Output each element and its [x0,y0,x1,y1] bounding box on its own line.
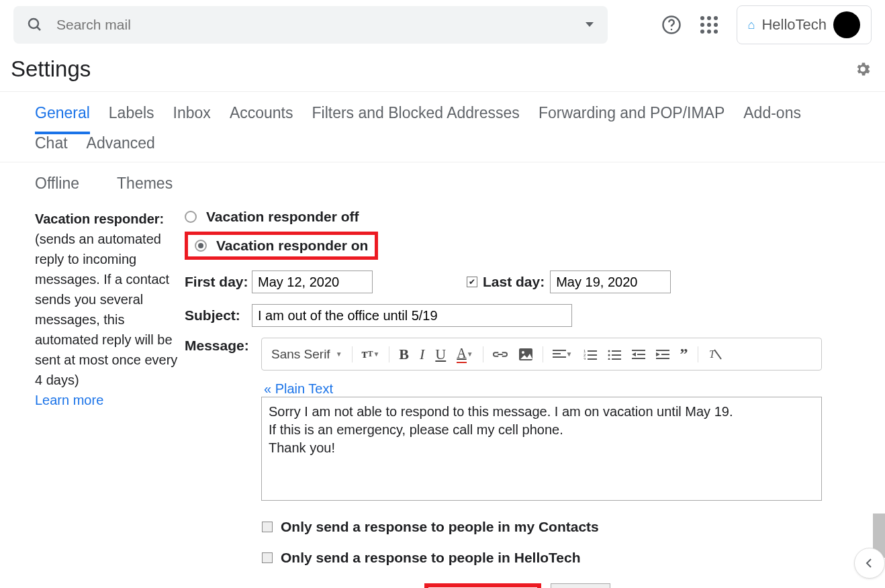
search-options-icon[interactable] [585,21,594,28]
help-icon[interactable] [661,15,682,35]
contacts-only-checkbox[interactable] [262,522,273,532]
section-description: Vacation responder: (sends an automated … [35,209,179,588]
contacts-only-row[interactable]: Only send a response to people in my Con… [262,519,850,535]
radio-on-label: Vacation responder on [216,238,368,254]
side-panel-toggle[interactable] [854,548,885,579]
tab-forwarding[interactable]: Forwarding and POP/IMAP [539,104,725,134]
svg-text:3: 3 [584,357,586,360]
last-day-input[interactable] [550,271,671,293]
tab-accounts[interactable]: Accounts [230,104,293,134]
cancel-button[interactable]: Cancel [551,583,610,588]
font-size-icon[interactable]: тT ▼ [358,344,384,364]
svg-point-0 [29,19,38,28]
tab-advanced[interactable]: Advanced [87,134,155,162]
tabs-secondary: Offline Themes [0,162,885,205]
section-desc: (sends an automated reply to incoming me… [35,232,177,387]
brand-box[interactable]: ⌂ HelloTech [737,5,872,44]
brand-text: HelloTech [761,16,827,34]
image-icon[interactable] [514,345,537,364]
underline-icon[interactable]: U [431,343,450,366]
highlight-responder-on: Vacation responder on [185,232,378,260]
first-day-input[interactable] [252,271,373,293]
domain-only-label: Only send a response to people in HelloT… [281,550,581,566]
link-icon[interactable] [489,347,512,362]
button-row: Save Changes Cancel [185,583,850,588]
svg-point-17 [608,354,610,356]
svg-point-3 [670,29,672,31]
radio-on[interactable] [195,240,207,252]
svg-point-5 [522,351,524,354]
tab-general[interactable]: General [35,104,90,134]
content: Vacation responder: (sends an automated … [0,205,885,588]
tab-inbox[interactable]: Inbox [173,104,211,134]
svg-line-1 [37,27,40,30]
learn-more-link[interactable]: Learn more [35,393,103,407]
subject-label: Subject: [185,307,252,324]
editor-toolbar: Sans Serif▼ тT ▼ B I U A ▼ ▼ 123 [261,338,822,371]
header-right: ⌂ HelloTech [661,5,872,44]
subject-input[interactable] [252,304,572,327]
tab-themes[interactable]: Themes [117,175,173,193]
brand-icon: ⌂ [748,18,755,32]
quote-icon[interactable]: ” [676,342,692,366]
domain-only-row[interactable]: Only send a response to people in HelloT… [262,550,850,566]
avatar[interactable] [833,11,860,38]
message-textarea[interactable] [261,397,822,501]
radio-off-label: Vacation responder off [206,209,359,225]
title-row: Settings [0,50,885,92]
section-label: Vacation responder: [35,211,164,226]
settings-form: Vacation responder off Vacation responde… [185,209,850,588]
radio-off[interactable] [185,211,197,223]
tab-chat[interactable]: Chat [35,134,68,162]
tab-addons[interactable]: Add-ons [743,104,801,134]
svg-point-19 [608,358,610,360]
apps-icon[interactable] [700,16,718,34]
search-input[interactable] [56,17,585,33]
last-day-checkbox[interactable]: ✔ [467,277,477,287]
tab-labels[interactable]: Labels [109,104,154,134]
date-row: First day: ✔ Last day: [185,271,850,293]
domain-only-checkbox[interactable] [262,552,273,563]
search-icon [27,17,43,33]
svg-point-15 [608,350,610,352]
subject-row: Subject: [185,304,850,327]
highlight-save: Save Changes [424,583,542,588]
italic-icon[interactable]: I [416,343,428,366]
plain-text-link[interactable]: « Plain Text [264,381,822,397]
text-color-icon[interactable]: A ▼ [453,343,477,366]
gear-icon[interactable] [854,60,872,78]
svg-line-28 [714,350,721,359]
remove-format-icon[interactable]: T [704,346,727,363]
radio-on-row[interactable]: Vacation responder on [195,238,368,254]
message-row: Message: Sans Serif▼ тT ▼ B I U A ▼ [185,338,850,504]
tabs-primary: General Labels Inbox Accounts Filters an… [0,92,885,162]
tab-offline[interactable]: Offline [35,175,79,193]
last-day-label: Last day: [483,274,545,290]
search-bar[interactable] [13,6,608,44]
indent-more-icon[interactable] [652,346,673,362]
bold-icon[interactable]: B [395,343,413,366]
font-select[interactable]: Sans Serif▼ [267,344,346,364]
indent-less-icon[interactable] [628,346,649,362]
tab-filters[interactable]: Filters and Blocked Addresses [312,104,519,134]
message-label: Message: [185,338,252,354]
radio-off-row[interactable]: Vacation responder off [185,209,850,225]
first-day-label: First day: [185,274,252,290]
bullet-list-icon[interactable] [604,346,625,362]
contacts-only-label: Only send a response to people in my Con… [281,519,599,535]
numbered-list-icon[interactable]: 123 [579,346,601,362]
header: ⌂ HelloTech [0,0,885,50]
align-icon[interactable]: ▼ [549,346,577,362]
page-title: Settings [11,56,91,82]
